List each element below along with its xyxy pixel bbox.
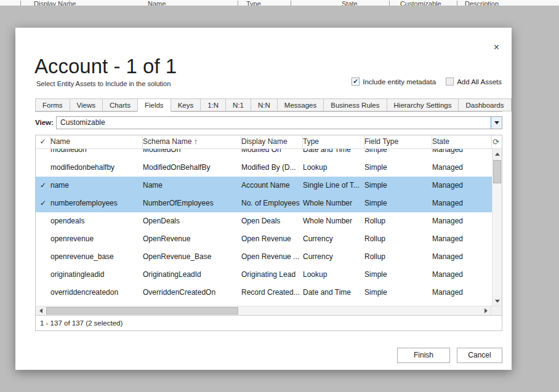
scroll-left-icon[interactable] bbox=[36, 306, 46, 315]
view-dropdown-button[interactable] bbox=[491, 117, 502, 129]
header-check-icon[interactable]: ✓ bbox=[36, 135, 50, 148]
refresh-icon[interactable]: ⟳ bbox=[493, 137, 499, 146]
cell-field-type: Rollup bbox=[364, 248, 432, 266]
cell-field-type: Simple bbox=[364, 194, 432, 212]
tab-fields[interactable]: Fields bbox=[137, 98, 171, 112]
cell-display-name: Account Name bbox=[241, 177, 303, 194]
cell-state: Managed bbox=[432, 266, 492, 284]
cell-field-type: Simple bbox=[364, 149, 432, 159]
tab-n-1[interactable]: N:1 bbox=[225, 98, 251, 111]
cancel-button[interactable]: Cancel bbox=[457, 348, 502, 363]
background-column-header: Name bbox=[148, 0, 166, 6]
tab-n-n[interactable]: N:N bbox=[251, 98, 278, 111]
cell-schema-name: ModifiedOnBehalfBy bbox=[143, 159, 241, 177]
include-entity-metadata-option[interactable]: ✔ Include entity metadata bbox=[352, 78, 436, 86]
tab-charts[interactable]: Charts bbox=[102, 98, 138, 111]
table-row[interactable]: modifiedonModifiedOnModified OnDate and … bbox=[36, 149, 492, 159]
cell-type: Lookup bbox=[303, 159, 364, 177]
column-header-type[interactable]: Type bbox=[303, 135, 364, 148]
cell-state: Managed bbox=[432, 248, 492, 266]
tab-hierarchy-settings[interactable]: Hierarchy Settings bbox=[387, 98, 459, 111]
column-header-schema-name-label: Schema Name bbox=[143, 137, 191, 146]
background-column-separator bbox=[389, 1, 390, 6]
vertical-scrollbar-thumb[interactable] bbox=[493, 160, 501, 183]
vertical-scrollbar[interactable] bbox=[492, 149, 502, 306]
cell-name: overriddencreatedon bbox=[50, 284, 143, 302]
cell-type: Currency bbox=[303, 230, 364, 248]
column-header-state[interactable]: State bbox=[432, 135, 492, 148]
tab-messages[interactable]: Messages bbox=[277, 98, 324, 111]
close-icon[interactable]: × bbox=[494, 42, 499, 52]
table-row[interactable]: ✓nameNameAccount NameSingle Line of T...… bbox=[36, 177, 492, 194]
column-header-name[interactable]: Name bbox=[50, 135, 143, 148]
horizontal-scrollbar[interactable] bbox=[36, 306, 491, 315]
cell-type: Date and Time bbox=[303, 284, 364, 302]
cell-display-name: Open Revenue ... bbox=[241, 248, 303, 266]
tab-views[interactable]: Views bbox=[70, 98, 103, 111]
table-row[interactable]: opendealsOpenDealsOpen DealsWhole Number… bbox=[36, 212, 492, 230]
cell-schema-name: OriginatingLeadId bbox=[143, 266, 241, 284]
cell-name: modifiedon bbox=[50, 149, 143, 159]
cell-type: Currency bbox=[303, 248, 364, 266]
row-check-empty[interactable] bbox=[36, 248, 50, 266]
column-header-display-name[interactable]: Display Name bbox=[241, 135, 303, 148]
row-check-empty[interactable] bbox=[36, 230, 50, 248]
cell-display-name: No. of Employees bbox=[241, 194, 303, 212]
column-header-schema-name[interactable]: Schema Name ↑ bbox=[143, 135, 241, 148]
scroll-up-icon[interactable] bbox=[493, 149, 502, 159]
tab-business-rules[interactable]: Business Rules bbox=[323, 98, 387, 111]
background-column-separator bbox=[457, 1, 457, 6]
cell-name: originatingleadid bbox=[50, 266, 143, 284]
row-check-empty[interactable] bbox=[36, 284, 50, 302]
table-row[interactable]: ✓numberofemployeesNumberOfEmployeesNo. o… bbox=[36, 194, 492, 212]
tab-1-n[interactable]: 1:N bbox=[200, 98, 226, 111]
horizontal-scrollbar-row bbox=[36, 306, 502, 315]
row-check-icon[interactable]: ✓ bbox=[36, 194, 50, 212]
grid-viewport: modifiedonModifiedOnModified OnDate and … bbox=[36, 149, 492, 306]
status-bar: 1 - 137 of 137 (2 selected) bbox=[36, 315, 502, 330]
include-entity-metadata-checkbox[interactable]: ✔ bbox=[352, 78, 360, 86]
cell-schema-name: OverriddenCreatedOn bbox=[143, 284, 241, 302]
table-row[interactable]: openrevenueOpenRevenueOpen RevenueCurren… bbox=[36, 230, 492, 248]
grid-rows: modifiedonModifiedOnModified OnDate and … bbox=[36, 149, 492, 302]
add-all-assets-option[interactable]: Add All Assets bbox=[446, 78, 502, 86]
cell-schema-name: OpenRevenue_Base bbox=[143, 248, 241, 266]
row-check-empty[interactable] bbox=[36, 159, 50, 177]
cell-state: Managed bbox=[432, 159, 492, 177]
cell-display-name: Open Revenue bbox=[241, 230, 303, 248]
tab-dashboards[interactable]: Dashboards bbox=[458, 98, 511, 111]
background-column-separator bbox=[69, 1, 70, 6]
cell-field-type: Simple bbox=[364, 177, 432, 194]
cell-field-type: Simple bbox=[364, 266, 432, 284]
column-header-field-type[interactable]: Field Type bbox=[364, 135, 432, 148]
scroll-down-icon[interactable] bbox=[493, 296, 502, 306]
tab-keys[interactable]: Keys bbox=[171, 98, 201, 111]
view-dropdown[interactable]: Customizable bbox=[56, 116, 502, 129]
finish-button[interactable]: Finish bbox=[397, 348, 450, 363]
cell-name: numberofemployees bbox=[50, 194, 143, 212]
cell-field-type: Rollup bbox=[364, 230, 432, 248]
cell-schema-name: NumberOfEmployees bbox=[143, 194, 241, 212]
table-row[interactable]: openrevenue_baseOpenRevenue_BaseOpen Rev… bbox=[36, 248, 492, 266]
select-entity-assets-dialog: × Account - 1 of 1 Select Entity Assets … bbox=[15, 28, 512, 370]
row-check-empty[interactable] bbox=[36, 212, 50, 230]
row-check-icon[interactable]: ✓ bbox=[36, 177, 50, 194]
background-column-header: State bbox=[342, 0, 358, 6]
chevron-down-icon bbox=[494, 121, 499, 124]
tab-forms[interactable]: Forms bbox=[35, 98, 70, 111]
row-check-empty[interactable] bbox=[36, 149, 50, 159]
dialog-footer: Finish Cancel bbox=[397, 348, 502, 363]
table-row[interactable]: overriddencreatedonOverriddenCreatedOnRe… bbox=[36, 284, 492, 302]
scroll-right-icon[interactable] bbox=[481, 306, 491, 315]
cell-type: Single Line of T... bbox=[303, 177, 364, 194]
horizontal-scrollbar-thumb[interactable] bbox=[46, 307, 238, 314]
view-dropdown-value: Customizable bbox=[57, 117, 491, 129]
background-grid-header: Display NameNameTypeStateCustomizableDes… bbox=[0, 0, 559, 6]
table-row[interactable]: modifiedonbehalfbyModifiedOnBehalfByModi… bbox=[36, 159, 492, 177]
scrollbar-corner bbox=[491, 306, 502, 315]
row-check-empty[interactable] bbox=[36, 266, 50, 284]
cell-display-name: Record Created... bbox=[241, 284, 303, 302]
table-row[interactable]: originatingleadidOriginatingLeadIdOrigin… bbox=[36, 266, 492, 284]
add-all-assets-checkbox[interactable] bbox=[446, 78, 454, 86]
cell-state: Managed bbox=[432, 230, 492, 248]
